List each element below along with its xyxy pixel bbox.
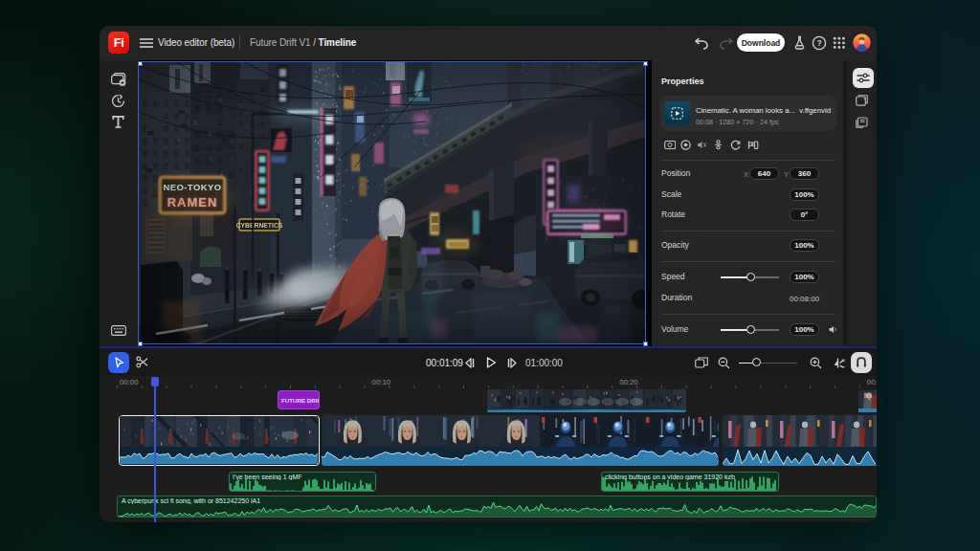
svg-text:00:20: 00:20 bbox=[619, 378, 638, 386]
svg-text:?: ? bbox=[816, 38, 821, 48]
svg-text:00:: 00: bbox=[867, 378, 877, 386]
svg-text:00:10: 00:10 bbox=[372, 378, 391, 386]
svg-text:00:00: 00:00 bbox=[120, 378, 139, 386]
